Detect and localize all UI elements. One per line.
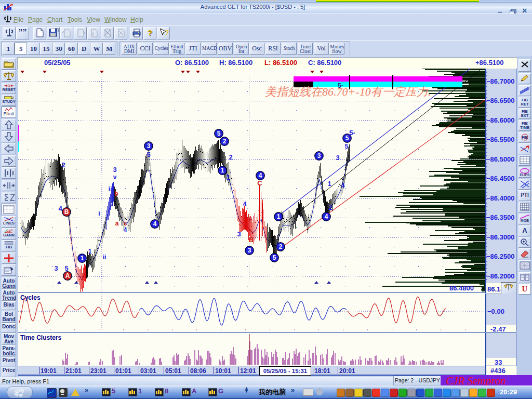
svg-text:b: b bbox=[114, 190, 118, 197]
svg-text:c: c bbox=[124, 220, 127, 227]
svg-text:3: 3 bbox=[113, 166, 116, 174]
svg-text:3: 3 bbox=[317, 152, 321, 159]
svg-text:4: 4 bbox=[124, 227, 127, 234]
svg-text:4: 4 bbox=[153, 220, 157, 228]
svg-text:5: 5 bbox=[344, 142, 348, 150]
svg-text:B: B bbox=[64, 208, 69, 216]
svg-text:a: a bbox=[115, 220, 119, 227]
svg-text:5: 5 bbox=[147, 151, 150, 158]
svg-text:v: v bbox=[113, 174, 117, 181]
svg-text:4: 4 bbox=[341, 181, 345, 189]
svg-text:2: 2 bbox=[61, 161, 65, 169]
svg-text:3: 3 bbox=[336, 154, 339, 162]
svg-text:3: 3 bbox=[248, 247, 251, 254]
svg-text:ELIPS: ELIPS bbox=[520, 173, 530, 177]
svg-text:3: 3 bbox=[237, 230, 241, 238]
svg-text:5: 5 bbox=[273, 254, 276, 261]
svg-text:5: 5 bbox=[64, 264, 68, 272]
svg-text:A: A bbox=[65, 272, 70, 280]
svg-text:?: ? bbox=[165, 29, 169, 36]
svg-text:3: 3 bbox=[147, 142, 151, 150]
svg-text:5-: 5- bbox=[349, 129, 355, 137]
svg-text:1: 1 bbox=[88, 248, 92, 255]
svg-text:A: A bbox=[248, 215, 253, 223]
svg-text:1: 1 bbox=[221, 167, 224, 174]
svg-text:2: 2 bbox=[279, 243, 283, 250]
svg-text:1: 1 bbox=[81, 255, 84, 262]
svg-text:1: 1 bbox=[226, 174, 230, 181]
svg-text:美指短线在86.70+-10有一定压力.: 美指短线在86.70+-10有一定压力. bbox=[265, 85, 431, 98]
svg-text:3: 3 bbox=[54, 264, 58, 272]
svg-text:4: 4 bbox=[325, 213, 328, 220]
svg-text:2: 2 bbox=[328, 204, 332, 211]
svg-text:C: C bbox=[257, 179, 262, 187]
svg-text:Cycles: Cycles bbox=[20, 294, 41, 301]
svg-text:86.4800: 86.4800 bbox=[449, 284, 474, 292]
svg-text:iii: iii bbox=[109, 185, 114, 193]
svg-text:FIB: FIB bbox=[522, 136, 527, 139]
svg-text:5: 5 bbox=[345, 135, 349, 142]
svg-text:4: 4 bbox=[243, 200, 247, 208]
svg-text:2: 2 bbox=[223, 138, 227, 145]
svg-text:2: 2 bbox=[229, 153, 232, 161]
svg-text:1: 1 bbox=[327, 180, 331, 188]
svg-text:1: 1 bbox=[277, 213, 281, 220]
svg-text:ii: ii bbox=[103, 254, 107, 261]
svg-text:4: 4 bbox=[259, 172, 262, 179]
svg-text:B: B bbox=[248, 236, 253, 244]
svg-text:i: i bbox=[98, 210, 100, 217]
svg-text:5: 5 bbox=[217, 130, 221, 137]
svg-text:Time Clusters: Time Clusters bbox=[20, 334, 61, 341]
svg-text:4: 4 bbox=[58, 205, 62, 212]
